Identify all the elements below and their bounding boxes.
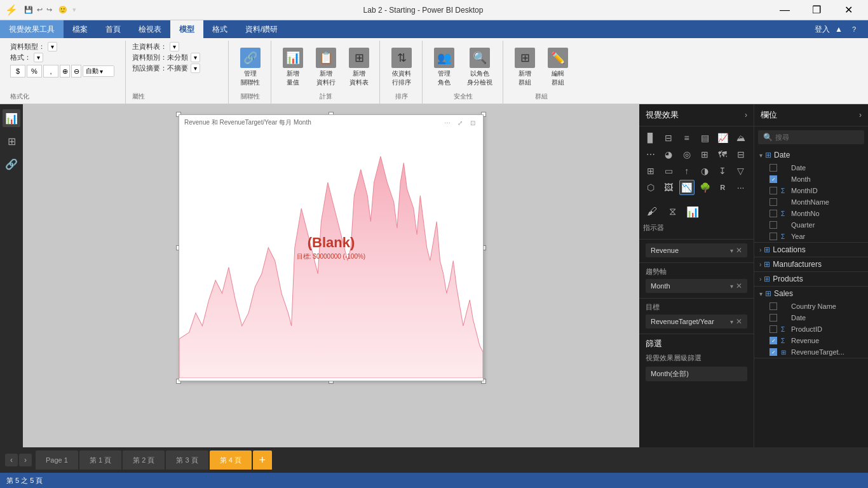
chart-menu-icon[interactable]: ⋯ <box>442 118 452 128</box>
revenue-remove[interactable]: ✕ <box>736 246 742 255</box>
data-category-dropdown[interactable]: ▾ <box>191 53 200 62</box>
visual-scatter[interactable]: ⋯ <box>643 147 658 162</box>
field-item-revenue[interactable]: ✓ Σ Revenue <box>754 335 868 346</box>
view-as-role-btn[interactable]: 🔍 以角色身分檢視 <box>462 45 498 90</box>
ribbon-up-arrow[interactable]: ▲ <box>835 25 843 34</box>
visual-r-visual[interactable]: R <box>715 180 730 195</box>
close-button[interactable]: ✕ <box>834 0 863 20</box>
sidebar-icon-table[interactable]: ⊞ <box>3 132 20 150</box>
visual-matrix[interactable]: ⊞ <box>643 163 658 179</box>
decrease-decimal[interactable]: ⊖ <box>71 65 81 78</box>
new-row-btn[interactable]: 📋 新增資料行 <box>311 45 341 90</box>
page-nav-next[interactable]: › <box>19 454 32 466</box>
quarter-check[interactable] <box>770 221 777 229</box>
edit-group-btn[interactable]: ✏️ 編輯群組 <box>543 45 573 90</box>
visual-kpi-indicator[interactable]: 📉 <box>679 180 695 195</box>
visual-decomp-tree[interactable]: 🌳 <box>697 180 712 195</box>
help-icon[interactable]: ? <box>848 23 860 36</box>
minimize-button[interactable]: — <box>770 0 799 20</box>
country-name-check[interactable] <box>770 302 777 310</box>
sales-date-check[interactable] <box>770 314 777 322</box>
main-table-dropdown[interactable]: ▾ <box>170 42 179 51</box>
default-summary-dropdown[interactable]: ▾ <box>191 64 200 73</box>
new-group-btn[interactable]: ⊞ 新增群組 <box>510 45 540 90</box>
month-chevron[interactable]: ▾ <box>730 283 733 290</box>
login-label[interactable]: 登入 <box>815 24 830 35</box>
field-item-monthno[interactable]: Σ MonthNo <box>754 208 868 219</box>
visual-pie[interactable]: ◕ <box>661 147 676 162</box>
chart-expand-icon[interactable]: ⤢ <box>455 118 465 128</box>
month-check[interactable]: ✓ <box>770 175 777 183</box>
visual-kpi[interactable]: ↑ <box>679 163 695 179</box>
date-check[interactable] <box>770 164 777 172</box>
revenue-target-check[interactable]: ✓ <box>770 348 777 356</box>
sidebar-icon-model[interactable]: 🔗 <box>3 155 20 173</box>
filter-icon[interactable]: ⧖ <box>663 203 681 220</box>
new-table-btn[interactable]: ⊞ 新增資料表 <box>344 45 374 90</box>
field-group-products-header[interactable]: › ⊞ Products <box>754 272 868 286</box>
visual-stacked-bar[interactable]: ≡ <box>679 130 695 146</box>
month-remove[interactable]: ✕ <box>736 281 742 290</box>
page-nav-prev[interactable]: ‹ <box>5 454 18 466</box>
year-check[interactable] <box>770 233 777 240</box>
revenue-check[interactable]: ✓ <box>770 337 777 344</box>
revenue-chevron[interactable]: ▾ <box>730 247 733 254</box>
field-item-revenue-target[interactable]: ✓ ⊞ RevenueTarget... <box>754 346 868 358</box>
sort-by-col-btn[interactable]: ⇅ 依資料行排序 <box>386 45 417 90</box>
ribbon-tab-format[interactable]: 格式 <box>203 20 236 38</box>
visual-card[interactable]: ▭ <box>661 163 676 179</box>
visual-clustered-bar[interactable]: ⊟ <box>661 130 676 146</box>
field-group-date-header[interactable]: ▾ ⊞ Date <box>754 148 868 162</box>
page-tab-1[interactable]: 第 1 頁 <box>79 451 121 470</box>
format-paint-icon[interactable]: 🖌 <box>643 203 661 220</box>
add-page-button[interactable]: + <box>253 451 272 470</box>
sidebar-icon-report[interactable]: 📊 <box>3 109 20 127</box>
field-item-month[interactable]: ✓ Month <box>754 173 868 185</box>
visual-donut[interactable]: ◎ <box>679 147 695 162</box>
field-item-sales-date[interactable]: Date <box>754 312 868 323</box>
field-group-locations-header[interactable]: › ⊞ Locations <box>754 243 868 257</box>
field-item-date[interactable]: Date <box>754 162 868 173</box>
ribbon-tab-home[interactable]: 首頁 <box>97 20 130 38</box>
field-group-sales-header[interactable]: ▾ ⊞ Sales <box>754 287 868 301</box>
maximize-button[interactable]: ❐ <box>802 0 831 20</box>
comma-btn[interactable]: , <box>43 65 58 78</box>
page-tab-3[interactable]: 第 3 頁 <box>166 451 208 470</box>
page-tab-4[interactable]: 第 4 頁 <box>210 451 252 470</box>
monthname-check[interactable] <box>770 198 777 206</box>
smiley-icon[interactable]: 🙂 <box>58 6 67 14</box>
auto-dropdown[interactable]: 自動 ▾ <box>83 65 114 77</box>
monthno-check[interactable] <box>770 210 777 217</box>
visual-more[interactable]: ··· <box>733 180 749 195</box>
page-tab-2[interactable]: 第 2 頁 <box>123 451 165 470</box>
field-item-country-name[interactable]: Country Name <box>754 301 868 312</box>
visual-image[interactable]: 🖼 <box>661 180 676 195</box>
productid-check[interactable] <box>770 325 777 333</box>
visual-table[interactable]: ⊟ <box>733 147 749 162</box>
page-tab-page1[interactable]: Page 1 <box>36 451 78 470</box>
field-item-monthname[interactable]: MonthName <box>754 196 868 208</box>
visual-bar[interactable]: ▊ <box>643 130 658 146</box>
fields-search-box[interactable]: 🔍 <box>758 130 864 144</box>
monthid-check[interactable] <box>770 187 777 194</box>
ribbon-tab-model[interactable]: 模型 <box>170 20 203 38</box>
field-item-quarter[interactable]: Quarter <box>754 219 868 231</box>
ribbon-tab-view[interactable]: 檢視表 <box>130 20 170 38</box>
fields-search-input[interactable] <box>775 133 863 141</box>
fields-panel-expand[interactable]: › <box>859 111 862 119</box>
manage-relations-btn[interactable]: 🔗 管理關聯性 <box>235 45 266 90</box>
ribbon-tab-file[interactable]: 檔案 <box>64 20 97 38</box>
visual-shape[interactable]: ⬡ <box>643 180 658 195</box>
undo-icon[interactable]: ↩ <box>37 6 43 14</box>
visual-treemap[interactable]: ⊞ <box>697 147 712 162</box>
new-measure-btn[interactable]: 📊 新增量值 <box>278 45 308 90</box>
chart-focus-icon[interactable]: ⊡ <box>468 118 478 128</box>
increase-decimal[interactable]: ⊕ <box>60 65 70 78</box>
format-dropdown[interactable]: ▾ <box>34 53 43 62</box>
visual-map[interactable]: 🗺 <box>715 147 730 162</box>
target-value-chevron[interactable]: ▾ <box>730 318 733 325</box>
visual-gauge[interactable]: ◑ <box>697 163 712 179</box>
visual-funnel[interactable]: ▽ <box>733 163 749 179</box>
field-group-manufacturers-header[interactable]: › ⊞ Manufacturers <box>754 257 868 271</box>
data-type-dropdown[interactable]: ▾ <box>48 42 57 51</box>
